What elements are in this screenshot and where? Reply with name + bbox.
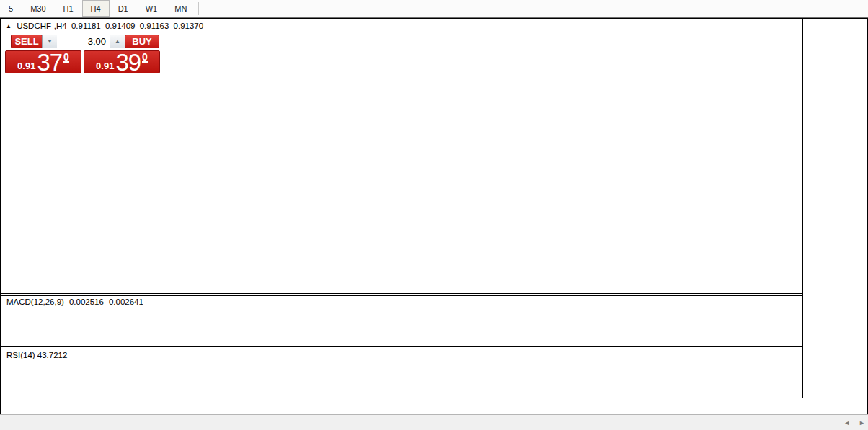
panel-separator bbox=[1, 398, 803, 398]
panel-separator[interactable] bbox=[1, 295, 803, 296]
mt4-window: 5M30H1H4D1W1MN ▲ USDCHF-,H4 0.91181 0.91… bbox=[0, 0, 868, 430]
low-value: 0.91163 bbox=[140, 22, 169, 30]
timeframe-button-5[interactable]: 5 bbox=[0, 0, 22, 17]
volume-stepper: ▼ 3.00 ▲ bbox=[42, 35, 125, 48]
collapse-panel-icon[interactable]: ▲ bbox=[6, 23, 12, 30]
price-axis-line bbox=[802, 19, 803, 398]
tab-scroll-controls: ◄ ► bbox=[843, 415, 865, 430]
panel-separator[interactable] bbox=[1, 346, 803, 347]
rsi-panel-canvas[interactable] bbox=[1, 349, 802, 398]
timeframe-button-h1[interactable]: H1 bbox=[55, 0, 82, 17]
sell-button[interactable]: SELL bbox=[11, 35, 43, 48]
scroll-right-icon[interactable]: ► bbox=[859, 419, 865, 426]
buy-price-pips: 39 bbox=[115, 53, 141, 73]
panel-separator[interactable] bbox=[1, 349, 803, 349]
chevron-up-icon: ▲ bbox=[115, 38, 120, 45]
chevron-down-icon: ▼ bbox=[47, 38, 53, 45]
buy-price-point: 0 bbox=[142, 53, 148, 63]
timeframe-toolbar: 5M30H1H4D1W1MN bbox=[0, 0, 868, 17]
buy-button[interactable]: BUY bbox=[125, 35, 159, 48]
buy-price-prefix: 0.91 bbox=[96, 59, 114, 73]
timeframe-button-d1[interactable]: D1 bbox=[110, 0, 137, 17]
chart-window: ▲ USDCHF-,H4 0.91181 0.91409 0.91163 0.9… bbox=[0, 18, 868, 415]
volume-decrease-button[interactable]: ▼ bbox=[43, 35, 57, 48]
close-value: 0.91370 bbox=[174, 22, 204, 30]
scroll-left-icon[interactable]: ◄ bbox=[843, 419, 850, 426]
macd-indicator-label: MACD(12,26,9) -0.002516 -0.002641 bbox=[6, 297, 143, 306]
one-click-trading-panel: SELL ▼ 3.00 ▲ BUY 0.91370 0.91390 bbox=[5, 33, 168, 73]
sell-price-pips: 37 bbox=[37, 53, 62, 73]
toolbar-separator bbox=[198, 2, 199, 15]
volume-input[interactable]: 3.00 bbox=[57, 35, 110, 48]
volume-increase-button[interactable]: ▲ bbox=[110, 35, 125, 48]
symbol-period-label: USDCHF-,H4 bbox=[17, 22, 67, 30]
rsi-indicator-label: RSI(14) 43.7212 bbox=[6, 351, 67, 359]
timeframe-button-mn[interactable]: MN bbox=[166, 0, 195, 17]
timeframe-button-h4[interactable]: H4 bbox=[82, 0, 110, 17]
panel-separator[interactable] bbox=[1, 293, 803, 294]
timeframe-button-w1[interactable]: W1 bbox=[137, 0, 167, 17]
chart-ohlc-header: ▲ USDCHF-,H4 0.91181 0.91409 0.91163 0.9… bbox=[6, 22, 205, 30]
high-value: 0.91409 bbox=[105, 22, 136, 30]
sell-price-prefix: 0.91 bbox=[17, 59, 35, 73]
buy-price-button[interactable]: 0.91390 bbox=[84, 50, 160, 73]
sell-price-point: 0 bbox=[63, 53, 69, 63]
open-value: 0.91181 bbox=[71, 22, 101, 30]
timeframe-button-m30[interactable]: M30 bbox=[22, 0, 54, 17]
chart-tab-bar: ◄ ► bbox=[0, 414, 868, 430]
sell-price-button[interactable]: 0.91370 bbox=[5, 50, 81, 73]
